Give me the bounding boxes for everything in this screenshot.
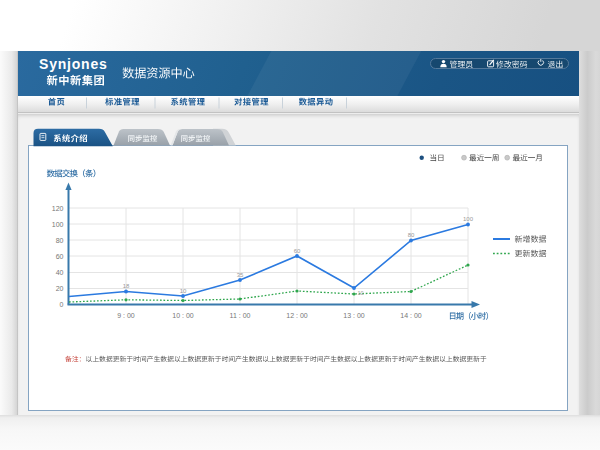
svg-text:10 : 00: 10 : 00 bbox=[172, 312, 194, 319]
svg-text:13 : 00: 13 : 00 bbox=[343, 312, 365, 319]
svg-text:10: 10 bbox=[180, 288, 187, 294]
svg-text:40: 40 bbox=[56, 269, 64, 276]
svg-text:14 : 00: 14 : 00 bbox=[400, 312, 422, 319]
svg-text:0: 0 bbox=[60, 301, 64, 308]
svg-text:100: 100 bbox=[52, 221, 64, 228]
svg-text:80: 80 bbox=[56, 237, 64, 244]
svg-text:10: 10 bbox=[358, 290, 364, 296]
svg-text:11 : 00: 11 : 00 bbox=[230, 312, 251, 319]
svg-text:20: 20 bbox=[56, 285, 64, 292]
svg-text:12 : 00: 12 : 00 bbox=[286, 312, 308, 319]
svg-text:100: 100 bbox=[463, 216, 474, 222]
svg-text:120: 120 bbox=[52, 205, 64, 212]
svg-text:80: 80 bbox=[408, 232, 415, 238]
svg-text:60: 60 bbox=[56, 253, 64, 260]
svg-text:9 : 00: 9 : 00 bbox=[117, 312, 135, 319]
svg-text:60: 60 bbox=[294, 248, 301, 254]
svg-text:35: 35 bbox=[237, 272, 244, 278]
svg-text:18: 18 bbox=[123, 283, 130, 289]
